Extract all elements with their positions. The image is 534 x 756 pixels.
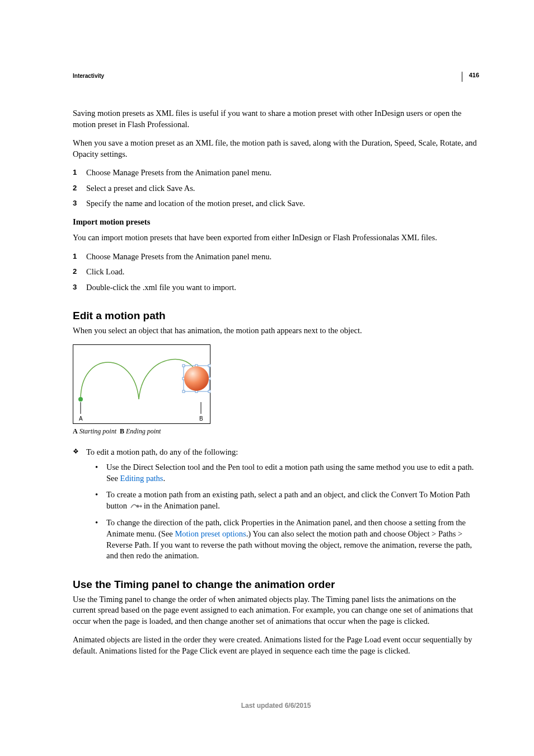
diamond-marker-icon: ❖ (73, 447, 86, 458)
step-text: Choose Manage Presets from the Animation… (86, 251, 479, 263)
svg-point-16 (136, 505, 139, 507)
heading-edit-motion-path: Edit a motion path (73, 310, 479, 322)
step-text: Double-click the .xml file you want to i… (86, 282, 479, 293)
link-editing-paths[interactable]: Editing paths (120, 474, 163, 483)
list-item: 2Click Load. (73, 267, 479, 278)
bullet-text: Use the Direct Selection tool and the Pe… (106, 462, 479, 484)
step-number: 1 (73, 167, 86, 179)
paragraph: When you save a motion preset as an XML … (73, 138, 479, 160)
step-number: 2 (73, 183, 86, 194)
svg-rect-4 (208, 365, 210, 367)
bullet-text: To change the direction of the path, cli… (106, 517, 479, 561)
figure-caption: A Starting point B Ending point (73, 427, 479, 436)
svg-text:B: B (199, 416, 203, 422)
svg-point-11 (184, 366, 209, 391)
svg-rect-5 (182, 390, 185, 393)
step-number: 1 (73, 251, 86, 263)
convert-to-motion-path-icon (130, 501, 143, 512)
paragraph: Saving motion presets as XML files is us… (73, 108, 479, 130)
step-number: 3 (73, 198, 86, 209)
diamond-text: To edit a motion path, do any of the fol… (86, 447, 238, 458)
save-steps-list: 1Choose Manage Presets from the Animatio… (73, 167, 479, 209)
paragraph: Use the Timing panel to change the order… (73, 594, 479, 627)
bullet-icon: • (95, 489, 106, 512)
paragraph: When you select an object that has anima… (73, 325, 479, 337)
paragraph: You can import motion presets that have … (73, 232, 479, 244)
svg-text:A: A (79, 416, 83, 422)
import-steps-list: 1Choose Manage Presets from the Animatio… (73, 251, 479, 293)
motion-path-figure: A B (73, 344, 479, 424)
step-number: 3 (73, 282, 86, 293)
footer-last-updated: Last updated 6/6/2015 (73, 702, 479, 710)
paragraph: Animated objects are listed in the order… (73, 634, 479, 656)
section-label: Interactivity (73, 73, 479, 79)
list-item: 3Specify the name and location of the mo… (73, 198, 479, 209)
heading-timing-panel: Use the Timing panel to change the anima… (73, 578, 479, 591)
step-text: Select a preset and click Save As. (86, 183, 479, 194)
page-number: 416 (469, 72, 479, 78)
step-text: Click Load. (86, 267, 479, 278)
edit-path-options: • Use the Direct Selection tool and the … (95, 462, 479, 561)
caption-text-a: Starting point (79, 427, 116, 435)
diamond-bullet: ❖ To edit a motion path, do any of the f… (73, 447, 479, 458)
header-divider (462, 72, 462, 82)
motion-path-illustration: A B (73, 344, 210, 424)
step-number: 2 (73, 267, 86, 278)
step-text: Choose Manage Presets from the Animation… (86, 167, 479, 179)
caption-label-a: A (73, 427, 78, 435)
step-text: Specify the name and location of the mot… (86, 198, 479, 209)
link-motion-preset-options[interactable]: Motion preset options (175, 529, 246, 538)
svg-point-1 (78, 397, 83, 402)
bullet-text: To create a motion path from an existing… (106, 489, 479, 512)
svg-rect-6 (208, 390, 210, 393)
subheading-import-presets: Import motion presets (73, 217, 479, 227)
list-item: • To change the direction of the path, c… (95, 517, 479, 561)
list-item: 1Choose Manage Presets from the Animatio… (73, 167, 479, 179)
caption-text-b: Ending point (126, 427, 161, 435)
caption-label-b: B (120, 427, 124, 435)
list-item: 3Double-click the .xml file you want to … (73, 282, 479, 293)
svg-rect-3 (182, 365, 185, 367)
bullet-icon: • (95, 462, 106, 484)
list-item: 2Select a preset and click Save As. (73, 183, 479, 194)
list-item: 1Choose Manage Presets from the Animatio… (73, 251, 479, 263)
list-item: • To create a motion path from an existi… (95, 489, 479, 512)
list-item: • Use the Direct Selection tool and the … (95, 462, 479, 484)
bullet-icon: • (95, 517, 106, 561)
